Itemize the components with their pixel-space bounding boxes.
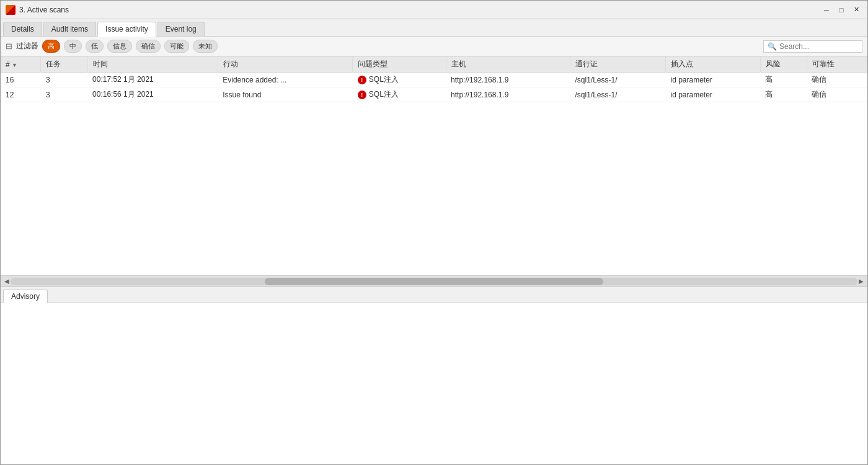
search-input[interactable] (779, 42, 858, 51)
issues-table: # ▼ 任务 时间 行动 问题类型 主机 通行证 插入点 风险 可靠性 (1, 56, 867, 102)
cell-action-1: Issue found (218, 87, 353, 102)
cell-num-0: 16 (1, 73, 41, 87)
tab-audit-items[interactable]: Audit items (43, 22, 96, 36)
table-body: 16 3 00:17:52 1月 2021 Evidence added: ..… (1, 73, 867, 102)
filter-label: 过滤器 (16, 41, 38, 51)
col-action: 行动 (218, 56, 353, 73)
search-box: 🔍 (763, 40, 862, 53)
severity-high-icon-0: ! (358, 76, 366, 84)
cell-task-1: 3 (41, 87, 87, 102)
cell-issue-type-1: ! SQL注入 (353, 87, 446, 102)
table-row[interactable]: 12 3 00:16:56 1月 2021 Issue found ! SQL注… (1, 87, 867, 102)
scroll-left-arrow[interactable]: ◀ (3, 278, 11, 285)
cell-path-0: /sql1/Less-1/ (570, 73, 666, 87)
cell-confidence-1: 确信 (807, 87, 867, 102)
search-icon: 🔍 (768, 42, 777, 51)
bottom-tab-bar: Advisory (1, 287, 867, 303)
window-controls: ─ □ ✕ (820, 4, 862, 16)
filter-bar: ⊟ 过滤器 高 中 低 信息 确信 可能 未知 🔍 (1, 37, 867, 56)
cell-num-1: 12 (1, 87, 41, 102)
filter-icon: ⊟ (6, 42, 12, 51)
col-insertion-point: 插入点 (665, 56, 760, 73)
cell-severity-0: 高 (760, 73, 807, 87)
cell-insertion-point-0: id parameter (665, 73, 760, 87)
filter-low-button[interactable]: 低 (86, 40, 104, 53)
col-confidence: 可靠性 (807, 56, 867, 73)
cell-path-1: /sql1/Less-1/ (570, 87, 666, 102)
filter-medium-button[interactable]: 中 (64, 40, 82, 53)
cell-severity-1: 高 (760, 87, 807, 102)
tab-event-log[interactable]: Event log (157, 22, 205, 36)
cell-time-1: 00:16:56 1月 2021 (87, 87, 218, 102)
cell-host-1: http://192.168.1.9 (446, 87, 570, 102)
filter-possible-button[interactable]: 可能 (164, 40, 189, 53)
window-title: 3. Active scans (19, 6, 820, 14)
advisory-content (1, 303, 867, 464)
scroll-thumb[interactable] (265, 278, 603, 285)
main-window: 3. Active scans ─ □ ✕ Details Audit item… (0, 0, 868, 465)
cell-insertion-point-1: id parameter (665, 87, 760, 102)
filter-unknown-button[interactable]: 未知 (193, 40, 218, 53)
table-row[interactable]: 16 3 00:17:52 1月 2021 Evidence added: ..… (1, 73, 867, 87)
table-header: # ▼ 任务 时间 行动 问题类型 主机 通行证 插入点 风险 可靠性 (1, 56, 867, 73)
main-area: # ▼ 任务 时间 行动 问题类型 主机 通行证 插入点 风险 可靠性 (1, 56, 867, 464)
bottom-panel: Advisory (1, 286, 867, 464)
cell-confidence-0: 确信 (807, 73, 867, 87)
col-num: # ▼ (1, 56, 41, 73)
filter-certain-button[interactable]: 确信 (136, 40, 161, 53)
col-time: 时间 (87, 56, 218, 73)
tab-details[interactable]: Details (3, 22, 42, 36)
scroll-right-arrow[interactable]: ▶ (857, 278, 865, 285)
col-severity: 风险 (760, 56, 807, 73)
minimize-button[interactable]: ─ (820, 4, 833, 16)
col-path: 通行证 (570, 56, 666, 73)
table-section: # ▼ 任务 时间 行动 问题类型 主机 通行证 插入点 风险 可靠性 (1, 56, 867, 275)
horizontal-scrollbar[interactable]: ◀ ▶ (1, 275, 867, 286)
maximize-button[interactable]: □ (835, 4, 848, 16)
cell-issue-type-0: ! SQL注入 (353, 73, 446, 87)
close-button[interactable]: ✕ (850, 4, 862, 16)
cell-host-0: http://192.168.1.9 (446, 73, 570, 87)
tab-issue-activity[interactable]: Issue activity (97, 22, 156, 37)
cell-task-0: 3 (41, 73, 87, 87)
severity-high-icon-1: ! (358, 91, 366, 99)
cell-action-0: Evidence added: ... (218, 73, 353, 87)
col-task: 任务 (41, 56, 87, 73)
filter-high-button[interactable]: 高 (42, 40, 60, 53)
tab-advisory[interactable]: Advisory (3, 290, 48, 303)
title-bar: 3. Active scans ─ □ ✕ (1, 1, 867, 19)
tab-bar: Details Audit items Issue activity Event… (1, 19, 867, 37)
filter-info-button[interactable]: 信息 (107, 40, 132, 53)
col-issue-type: 问题类型 (353, 56, 446, 73)
app-icon (6, 5, 16, 15)
cell-time-0: 00:17:52 1月 2021 (87, 73, 218, 87)
scroll-track[interactable] (11, 278, 857, 285)
col-host: 主机 (446, 56, 570, 73)
